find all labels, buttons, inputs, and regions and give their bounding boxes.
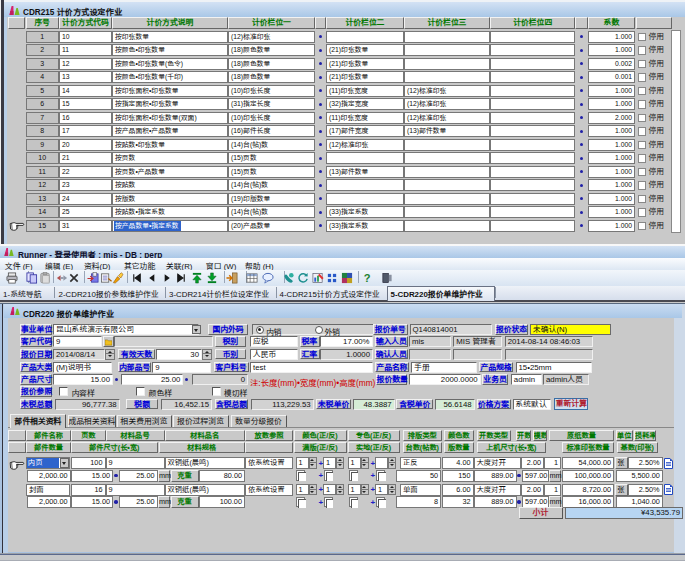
svg-text:?: ? (364, 272, 371, 284)
